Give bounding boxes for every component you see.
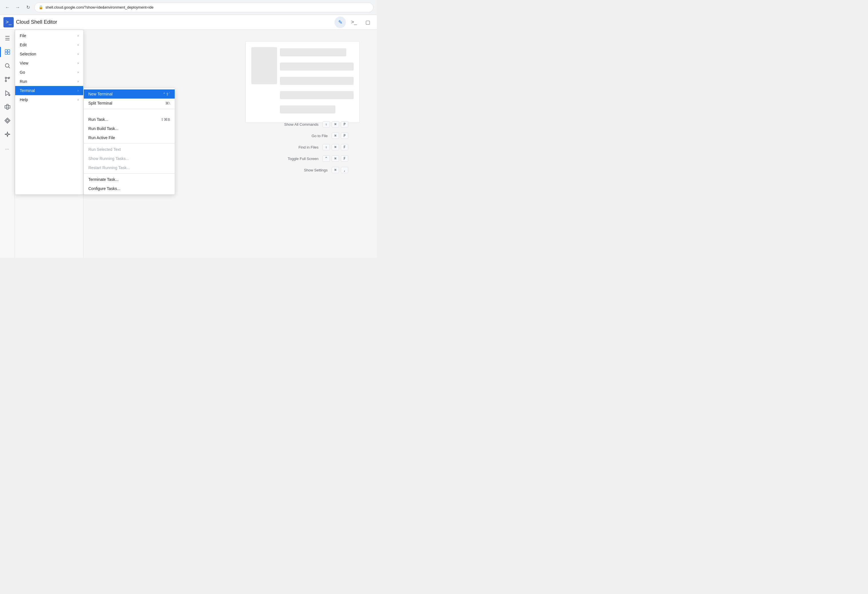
kbd-p: P — [341, 121, 348, 127]
kbd-cmd4: ⌘ — [332, 155, 339, 162]
kbd-shift: ⇧ — [322, 121, 330, 127]
sidebar-item-extensions[interactable] — [1, 100, 14, 113]
activity-bar: ☰ — [0, 30, 15, 258]
kbd-cmd5: ⌘ — [332, 167, 339, 173]
shortcut-label: Go to File — [311, 134, 328, 138]
camera-icon-button[interactable]: ▢ — [362, 16, 373, 28]
sidebar-item-search[interactable] — [1, 59, 14, 72]
submenu-item-run-active-file[interactable]: Run Build Task... — [84, 124, 175, 133]
chevron-right-icon: › — [77, 88, 79, 93]
kbd-cmd3: ⌘ — [332, 144, 339, 150]
sidebar-item-source-control[interactable] — [1, 73, 14, 86]
submenu-item-restart-running-task: Show Running Tasks... — [84, 154, 175, 163]
app-title: Cloud Shell Editor — [16, 19, 57, 25]
svg-marker-17 — [6, 119, 9, 122]
submenu-item-split-terminal[interactable]: Split Terminal ⌘\ — [84, 99, 175, 108]
shortcut-row-show-settings: Show Settings ⌘ , — [284, 167, 348, 173]
chevron-right-icon: › — [77, 61, 79, 65]
kbd-cmd2: ⌘ — [332, 133, 339, 139]
submenu-item-run-build-task[interactable]: Run Task... ⇧⌘B — [84, 115, 175, 124]
svg-point-6 — [5, 77, 7, 78]
primary-menu: File › Edit › Selection › View › Go › Ru… — [15, 30, 84, 195]
refresh-button[interactable]: ↻ — [24, 3, 32, 12]
lock-icon: 🔒 — [38, 5, 43, 9]
svg-rect-1 — [7, 50, 9, 52]
terminal-icon-button[interactable]: >_ — [348, 16, 360, 28]
kbd-cmd: ⌘ — [332, 121, 339, 127]
shortcut-label: Find in Files — [298, 145, 319, 149]
menu-item-go[interactable]: Go › — [15, 68, 83, 77]
chevron-right-icon: › — [77, 80, 79, 83]
svg-rect-13 — [7, 104, 8, 106]
submenu-item-terminate-task: Restart Running Task... — [84, 163, 175, 172]
svg-rect-12 — [4, 105, 6, 108]
menu-item-view[interactable]: View › — [15, 59, 83, 68]
chevron-right-icon: › — [77, 52, 79, 56]
sidebar-item-explorer[interactable] — [1, 46, 14, 58]
svg-rect-2 — [5, 52, 7, 54]
shortcut-row-find-in-files: Find in Files ⇧ ⌘ F — [284, 144, 348, 150]
menu-overlay: File › Edit › Selection › View › Go › Ru… — [15, 30, 175, 195]
address-bar[interactable]: 🔒 shell.cloud.google.com/?show=ide&envir… — [34, 3, 373, 12]
app-logo: >_ — [3, 17, 14, 27]
shortcut-row-full-screen: Toggle Full Screen ^ ⌘ F — [284, 155, 348, 162]
kbd-f: F — [341, 144, 348, 150]
sidebar-item-more[interactable]: … — [1, 142, 14, 154]
terminal-submenu: New Terminal ⌃⇧` Split Terminal ⌘\ Run T… — [84, 88, 175, 195]
svg-rect-14 — [7, 108, 8, 110]
submenu-item-run-selected-text[interactable]: Run Active File — [84, 133, 175, 142]
url-text: shell.cloud.google.com/?show=ide&environ… — [46, 5, 154, 9]
submenu-item-new-terminal[interactable]: New Terminal ⌃⇧` — [84, 90, 175, 99]
shortcut-run-build: ⇧⌘B — [161, 118, 170, 122]
chevron-right-icon: › — [77, 43, 79, 47]
svg-rect-0 — [5, 50, 7, 52]
kbd-p2: P — [341, 133, 348, 139]
shortcut-new-terminal: ⌃⇧` — [163, 92, 170, 96]
shortcut-row-all-commands: Show All Commands ⇧ ⌘ P — [284, 121, 348, 127]
edit-icon-button[interactable]: ✎ — [335, 16, 346, 28]
menu-item-edit[interactable]: Edit › — [15, 40, 83, 49]
app-header: >_ Cloud Shell Editor ✎ >_ ▢ — [0, 15, 377, 30]
shortcut-split-terminal: ⌘\ — [165, 101, 170, 105]
svg-point-8 — [5, 80, 7, 82]
menu-item-help[interactable]: Help › — [15, 95, 83, 104]
shortcut-row-go-to-file: Go to File ⌘ P — [284, 133, 348, 139]
shortcut-label: Toggle Full Screen — [288, 156, 319, 161]
chevron-right-icon: › — [77, 98, 79, 102]
hamburger-menu-button[interactable]: ☰ — [1, 32, 14, 44]
kbd-comma: , — [341, 167, 348, 173]
submenu-item-run-task[interactable] — [84, 110, 175, 115]
sidebar-item-run-debug[interactable] — [1, 87, 14, 99]
svg-rect-15 — [8, 105, 10, 108]
browser-chrome: ← → ↻ 🔒 shell.cloud.google.com/?show=ide… — [0, 0, 377, 15]
submenu-item-configure-tasks[interactable]: Terminate Task... — [84, 175, 175, 184]
menu-item-run[interactable]: Run › — [15, 77, 83, 86]
back-button[interactable]: ← — [3, 3, 12, 12]
kbd-shift3: ⇧ — [322, 144, 330, 150]
shortcut-label: Show All Commands — [284, 122, 319, 127]
svg-rect-3 — [7, 52, 9, 54]
menu-item-selection[interactable]: Selection › — [15, 49, 83, 59]
menu-item-file[interactable]: File › — [15, 31, 83, 40]
svg-point-4 — [5, 64, 9, 68]
shortcut-label: Show Settings — [304, 168, 328, 172]
svg-line-5 — [9, 67, 10, 68]
forward-button[interactable]: → — [14, 3, 22, 12]
menu-item-terminal[interactable]: Terminal › — [15, 86, 83, 95]
kbd-f2: F — [341, 155, 348, 162]
submenu-item-show-running-tasks: Run Selected Text — [84, 145, 175, 154]
submenu-item-configure-default-build-task[interactable]: Configure Tasks... — [84, 184, 175, 193]
svg-marker-16 — [4, 118, 10, 123]
welcome-panel — [245, 41, 360, 123]
sidebar-item-sparkle[interactable] — [1, 128, 14, 141]
sidebar-item-diamond[interactable] — [1, 114, 14, 127]
shortcuts-panel: Show All Commands ⇧ ⌘ P Go to File ⌘ P F… — [284, 121, 348, 178]
kbd-ctrl: ^ — [322, 155, 330, 162]
chevron-right-icon: › — [77, 70, 79, 74]
separator2 — [84, 143, 175, 144]
chevron-right-icon: › — [77, 34, 79, 38]
